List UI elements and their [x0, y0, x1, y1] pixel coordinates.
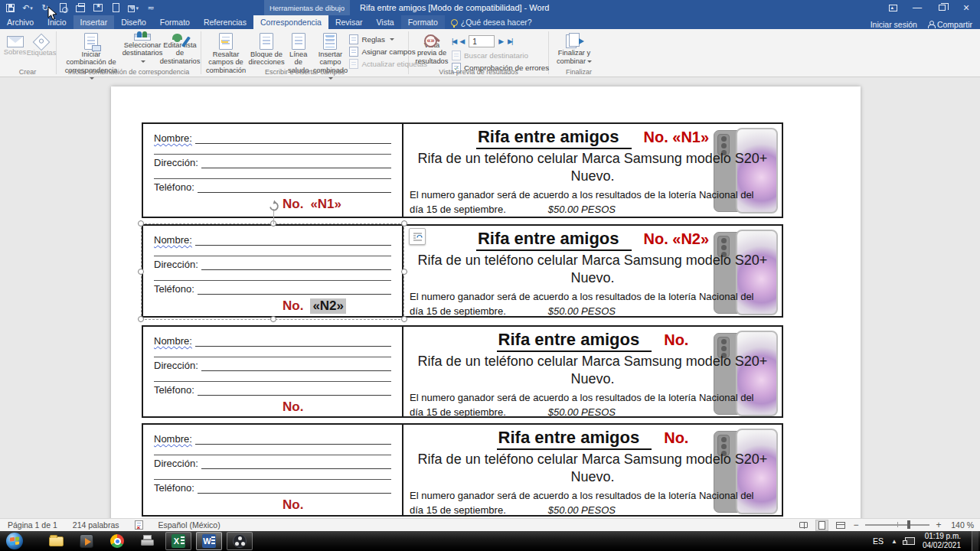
- zoom-percentage[interactable]: 140 %: [948, 520, 974, 530]
- language-indicator[interactable]: Español (México): [158, 520, 220, 530]
- seleccionar-destinatarios-button[interactable]: Seleccionar destinatarios: [122, 31, 162, 67]
- file-explorer-icon[interactable]: [43, 532, 69, 550]
- media-player-icon[interactable]: [74, 532, 100, 550]
- ticket-subtitle: Rifa de un teléfono celular Marca Samsun…: [410, 252, 776, 288]
- ticket-body[interactable]: Rifa entre amigos No. Rifa de un teléfon…: [403, 327, 782, 416]
- tab-formato-herramientas-dibujo[interactable]: Formato: [401, 15, 445, 29]
- tab-formato[interactable]: Formato: [153, 15, 197, 29]
- highlight-fields-icon: [219, 33, 233, 50]
- ribbon-display-options-button[interactable]: [882, 1, 903, 15]
- insertar-campo-combinado-button[interactable]: Insertar campo combinado: [311, 31, 349, 67]
- show-hidden-icons-button[interactable]: ▲: [891, 538, 897, 545]
- tab-correspondencia[interactable]: Correspondencia: [253, 15, 328, 29]
- document-area[interactable]: Nombre: Dirección: Teléfono: No.«N1» Rif…: [0, 77, 980, 518]
- finalizar-combinar-button[interactable]: Finalizar y combinar: [552, 31, 596, 67]
- match-fields-icon: [349, 47, 358, 57]
- last-record-button[interactable]: ▶|: [508, 38, 511, 45]
- envelopes-icon[interactable]: ▾: [128, 2, 139, 13]
- insert-picture-icon[interactable]: [93, 2, 103, 13]
- customize-qat-icon[interactable]: ≂: [145, 2, 156, 13]
- print-layout-button[interactable]: [815, 520, 828, 531]
- undo-icon[interactable]: ↶▾: [22, 2, 33, 13]
- raffle-ticket-2[interactable]: Nombre: Dirección: Teléfono: No.«N2» Rif…: [142, 224, 783, 318]
- start-button[interactable]: [6, 533, 23, 549]
- resize-handle[interactable]: [138, 316, 144, 322]
- ticket-number-title: No.: [664, 429, 688, 447]
- vista-previa-resultados-button[interactable]: «» Vista previa de resultados: [412, 31, 452, 67]
- lightbulb-icon: [451, 19, 458, 26]
- resize-handle[interactable]: [401, 220, 407, 227]
- ticket-stub-selected[interactable]: Nombre: Dirección: Teléfono: No.«N2»: [143, 226, 403, 316]
- recipients-window-icon: [134, 34, 151, 41]
- show-desktop-button[interactable]: [972, 531, 978, 551]
- raffle-ticket-4[interactable]: Nombre: Dirección: Teléfono: No. Rifa en…: [142, 423, 783, 517]
- restore-button[interactable]: [931, 1, 952, 15]
- taskbar-clock[interactable]: 01:19 p.m. 04/02/2021: [923, 532, 964, 550]
- ribbon-tab-row: Archivo Inicio Insertar Diseño Formato R…: [0, 15, 980, 29]
- share-button[interactable]: Compartir: [928, 20, 972, 29]
- word-count[interactable]: 214 palabras: [73, 520, 119, 530]
- redo-icon[interactable]: ↻: [40, 2, 51, 13]
- tab-inicio[interactable]: Inicio: [41, 15, 74, 29]
- ticket-stub[interactable]: Nombre: Dirección: Teléfono: No.: [143, 327, 403, 416]
- printer-icon[interactable]: [135, 532, 161, 550]
- selected-merge-field: «N2»: [310, 298, 346, 314]
- tell-me-search[interactable]: ¿Qué desea hacer?: [445, 15, 538, 29]
- iniciar-combinacion-button[interactable]: Iniciar combinación de correspondencia: [60, 31, 122, 67]
- read-mode-button[interactable]: [797, 520, 810, 531]
- raffle-ticket-3[interactable]: Nombre: Dirección: Teléfono: No. Rifa en…: [142, 325, 783, 418]
- quick-print-icon[interactable]: [75, 2, 86, 13]
- sign-in-button[interactable]: Iniciar sesión: [871, 20, 917, 29]
- bloque-direcciones-button[interactable]: Bloque de direcciones: [247, 31, 286, 67]
- zoom-in-button[interactable]: +: [935, 520, 942, 530]
- tab-archivo[interactable]: Archivo: [0, 15, 41, 29]
- resize-handle[interactable]: [270, 316, 276, 322]
- raffle-ticket-1[interactable]: Nombre: Dirección: Teléfono: No.«N1» Rif…: [142, 122, 783, 218]
- rotate-handle[interactable]: [266, 200, 279, 212]
- resize-handle[interactable]: [138, 220, 144, 227]
- print-preview-icon[interactable]: [57, 2, 68, 13]
- document-page[interactable]: Nombre: Dirección: Teléfono: No.«N1» Rif…: [111, 86, 861, 518]
- keyboard-language[interactable]: ES: [873, 536, 884, 546]
- zoom-slider-thumb[interactable]: [907, 520, 910, 529]
- obs-taskbar-button[interactable]: [227, 532, 253, 550]
- excel-taskbar-button[interactable]: X: [165, 532, 191, 550]
- ticket-stub[interactable]: Nombre: Dirección: Teléfono: No.: [143, 425, 403, 515]
- first-record-button[interactable]: |◀: [452, 38, 456, 45]
- sobres-button[interactable]: Sobres: [2, 31, 28, 67]
- ticket-body[interactable]: Rifa entre amigos No. «N2» Rifa de un te…: [403, 226, 782, 316]
- new-document-icon[interactable]: [110, 2, 121, 13]
- tab-vista[interactable]: Vista: [370, 15, 401, 29]
- page-indicator[interactable]: Página 1 de 1: [8, 520, 57, 530]
- linea-saludo-button[interactable]: Línea de saludo: [286, 31, 311, 67]
- ticket-body[interactable]: Rifa entre amigos No. «N1» Rifa de un te…: [403, 124, 782, 217]
- network-icon[interactable]: [905, 537, 915, 545]
- layout-options-button[interactable]: [409, 228, 426, 245]
- resize-handle[interactable]: [401, 269, 407, 275]
- web-layout-button[interactable]: [834, 520, 847, 531]
- ticket-body[interactable]: Rifa entre amigos No. Rifa de un teléfon…: [403, 425, 782, 515]
- ticket-fine-print: El numero ganador será de acuerdo a los …: [410, 187, 776, 217]
- proofing-errors-icon[interactable]: [135, 520, 143, 530]
- record-number-input[interactable]: 1: [469, 35, 495, 47]
- tab-revisar[interactable]: Revisar: [328, 15, 370, 29]
- tab-insertar[interactable]: Insertar: [74, 15, 115, 29]
- tab-referencias[interactable]: Referencias: [197, 15, 253, 29]
- next-record-button[interactable]: ▶: [498, 38, 504, 45]
- zoom-slider[interactable]: [865, 524, 929, 526]
- etiquetas-button[interactable]: Etiquetas: [28, 31, 55, 67]
- resaltar-campos-button[interactable]: Resaltar campos de combinación: [204, 31, 247, 67]
- close-button[interactable]: ×: [956, 1, 977, 15]
- minimize-button[interactable]: —: [906, 1, 928, 15]
- previous-record-button[interactable]: ◀: [459, 38, 465, 45]
- chrome-icon[interactable]: [104, 532, 130, 550]
- buscar-destinatario-button[interactable]: Buscar destinatario: [452, 50, 545, 60]
- resize-handle[interactable]: [401, 316, 407, 322]
- zoom-out-button[interactable]: −: [852, 520, 860, 530]
- tab-diseno[interactable]: Diseño: [114, 15, 153, 29]
- label-tag-icon: [33, 34, 51, 51]
- editar-lista-destinatarios-button[interactable]: Editar lista de destinatarios: [162, 31, 198, 67]
- resize-handle[interactable]: [138, 269, 144, 275]
- save-icon[interactable]: [5, 2, 15, 13]
- word-taskbar-button[interactable]: W: [196, 532, 222, 550]
